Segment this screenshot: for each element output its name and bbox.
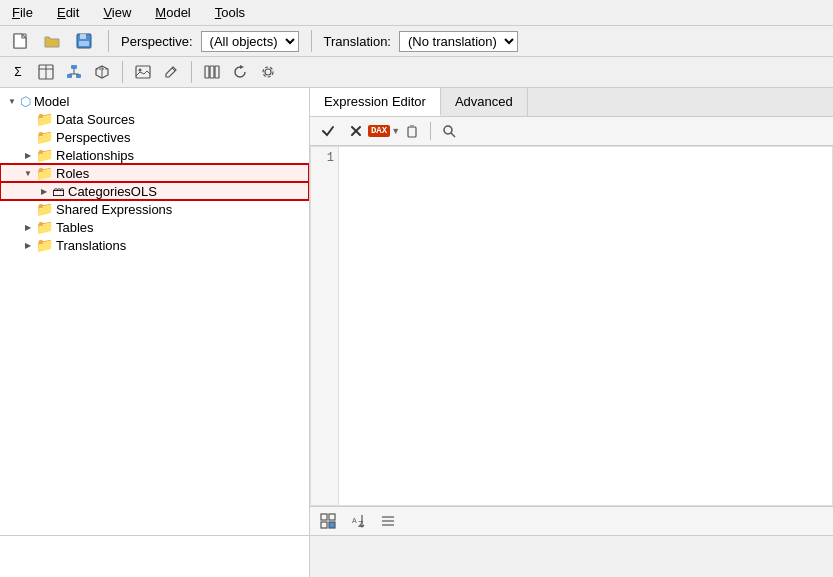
tree-item-sharedexpressions[interactable]: 📁 Shared Expressions [0,200,309,218]
tree-item-categoriesols-label: CategoriesOLS [68,184,157,199]
separator2 [311,30,312,52]
toolbar-sigma[interactable]: Σ [6,60,30,84]
dax-dropdown-button[interactable]: DAX ▼ [372,120,396,142]
toolbar-icon-open[interactable] [40,29,64,53]
svg-rect-2 [80,34,86,39]
toolbar-refresh[interactable] [228,60,252,84]
menu-view[interactable]: View [99,3,135,22]
expr-separator1 [430,122,431,140]
perspective-select[interactable]: (All objects) [201,31,299,52]
toolbar-image[interactable] [131,60,155,84]
svg-rect-29 [321,514,327,520]
expr-grid-icon[interactable] [316,510,340,532]
toolbar-cube[interactable] [90,60,114,84]
perspective-label: Perspective: [121,34,193,49]
svg-rect-26 [410,125,414,128]
menu-model[interactable]: Model [151,3,194,22]
tree-item-datasources[interactable]: 📁 Data Sources [0,110,309,128]
categoriesols-expander[interactable] [36,183,52,199]
separator3 [122,61,123,83]
svg-text:A: A [352,517,357,524]
expression-content[interactable] [339,147,832,505]
tree-item-model[interactable]: ⬡ Model [0,92,309,110]
tables-expander[interactable] [20,219,36,235]
tree-item-relationships-label: Relationships [56,148,134,163]
svg-point-16 [139,69,142,72]
lower-left-panel [0,536,310,577]
tree-item-datasources-label: Data Sources [56,112,135,127]
expression-editor-area[interactable]: 1 [310,146,833,506]
toolbar-icon-save[interactable] [72,29,96,53]
toolbar-row2: Σ [0,57,833,88]
translation-label: Translation: [324,34,391,49]
lower-right-panel [310,536,833,577]
tree-item-translations[interactable]: 📁 Translations [0,236,309,254]
line-1: 1 [311,151,334,165]
toolbar-columns[interactable] [200,60,224,84]
datasources-expander[interactable] [20,111,36,127]
svg-rect-7 [71,65,77,69]
svg-rect-31 [321,522,327,528]
relationships-folder-icon: 📁 [36,147,53,163]
toolbar-hierarchy[interactable] [62,60,86,84]
svg-rect-9 [76,74,81,78]
right-panel: Expression Editor Advanced DAX ▼ [310,88,833,535]
expr-sort-icon[interactable]: AZ [346,510,370,532]
menu-file[interactable]: File [8,3,37,22]
tree-item-roles[interactable]: 📁 Roles [0,164,309,182]
tables-folder-icon: 📁 [36,219,53,235]
svg-line-28 [451,133,455,137]
expr-confirm-button[interactable] [316,120,340,142]
tree-item-sharedexpressions-label: Shared Expressions [56,202,172,217]
tree-item-roles-label: Roles [56,166,89,181]
svg-rect-30 [329,514,335,520]
line-numbers: 1 [311,147,339,505]
expression-tabs: Expression Editor Advanced [310,88,833,117]
separator4 [191,61,192,83]
svg-rect-3 [79,41,89,46]
datasources-folder-icon: 📁 [36,111,53,127]
tree-panel: ⬡ Model 📁 Data Sources 📁 Perspectives 📁 … [0,88,310,535]
svg-rect-25 [408,127,416,137]
tree-item-perspectives-label: Perspectives [56,130,130,145]
tree-item-perspectives[interactable]: 📁 Perspectives [0,128,309,146]
toolbar-table[interactable] [34,60,58,84]
svg-rect-32 [329,522,335,528]
expression-bottom-bar: AZ [310,506,833,535]
expr-clipboard-button[interactable] [400,120,424,142]
sharedexpressions-folder-icon: 📁 [36,201,53,217]
expression-toolbar: DAX ▼ [310,117,833,146]
menu-bar: File Edit View Model Tools [0,0,833,26]
translation-select[interactable]: (No translation) [399,31,518,52]
relationships-expander[interactable] [20,147,36,163]
dax-arrow: ▼ [391,126,400,136]
toolbar-icon-doc[interactable] [8,29,32,53]
sharedexpressions-expander[interactable] [20,201,36,217]
svg-point-21 [265,69,271,75]
dax-badge: DAX [368,125,390,137]
svg-text:Z: Z [358,519,364,529]
translations-expander[interactable] [20,237,36,253]
tree-item-categoriesols[interactable]: 🗃 CategoriesOLS [0,182,309,200]
svg-point-27 [444,126,452,134]
roles-expander[interactable] [20,165,36,181]
tab-advanced[interactable]: Advanced [441,88,528,116]
menu-edit[interactable]: Edit [53,3,83,22]
tree-item-model-label: Model [34,94,69,109]
model-icon: ⬡ [20,94,31,109]
expr-lines-icon[interactable] [376,510,400,532]
svg-rect-18 [205,66,209,78]
toolbar-edit[interactable] [159,60,183,84]
tree-item-tables[interactable]: 📁 Tables [0,218,309,236]
separator1 [108,30,109,52]
expr-search-button[interactable] [437,120,461,142]
tree-item-tables-label: Tables [56,220,94,235]
tab-expression-editor[interactable]: Expression Editor [310,88,441,116]
tree-item-relationships[interactable]: 📁 Relationships [0,146,309,164]
perspectives-expander[interactable] [20,129,36,145]
categoriesols-icon: 🗃 [52,184,65,199]
toolbar-settings[interactable] [256,60,280,84]
menu-tools[interactable]: Tools [211,3,249,22]
model-expander[interactable] [4,93,20,109]
expr-cancel-button[interactable] [344,120,368,142]
